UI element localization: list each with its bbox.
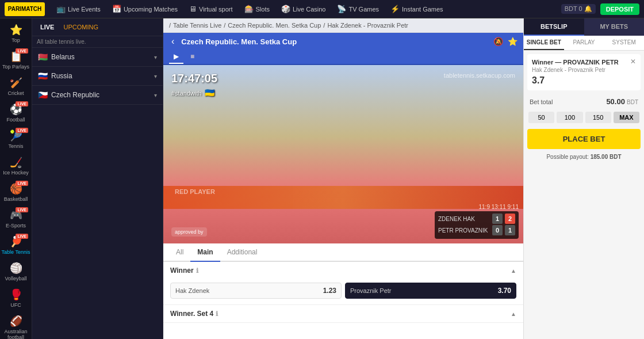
tab-main[interactable]: Main — [190, 243, 220, 262]
breadcrumb-home[interactable]: / — [169, 22, 171, 29]
country-item-czech[interactable]: 🇨🇿 Czech Republic ▾ — [32, 86, 163, 105]
czech-name: Czech Republic — [51, 91, 151, 99]
country-item-belarus[interactable]: 🇧🇾 Belarus ▾ — [32, 48, 163, 67]
market-winner-set4: Winner. Set 4 ℹ ▲ — [163, 305, 523, 323]
player1-set1: 1 — [492, 214, 503, 224]
sidebar-item-aus-football[interactable]: 🏈 Australian football — [0, 312, 32, 339]
score-overlay: ZDENEK HAK 1 2 PETR PROVAZNIK 0 1 — [435, 211, 519, 239]
favorite-icon[interactable]: ⭐ — [508, 37, 518, 46]
sidebar-item-table-tennis[interactable]: LIVE 🏓 Table Tennis — [0, 233, 32, 258]
live-casino-icon: 🎲 — [281, 5, 290, 13]
market-set4-label: Winner. Set 4 — [170, 310, 213, 318]
video-container: RED PLAYER 17:47:05 #standwith 🇺🇦 tablet… — [163, 65, 523, 243]
breadcrumb-table-tennis[interactable]: Table Tennis Live — [173, 22, 221, 29]
sidebar-item-cricket[interactable]: 🏏 Cricket — [0, 74, 32, 99]
odds-row-winner: Hak Zdenek 1.23 Provaznik Petr 3.70 — [163, 279, 523, 304]
sidebar-item-ice-hockey[interactable]: 🏒 Ice Hockey — [0, 153, 32, 178]
betslip-tab-betslip[interactable]: BETSLIP — [524, 18, 584, 36]
player2-set2: 1 — [505, 225, 515, 235]
deposit-button[interactable]: DEPOSIT — [600, 3, 639, 15]
quick-amount-100[interactable]: 100 — [557, 112, 582, 123]
slots-icon: 🎰 — [244, 5, 254, 13]
sidebar-item-basketball[interactable]: LIVE 🏀 Basketball — [0, 180, 32, 205]
quick-amount-max[interactable]: MAX — [614, 112, 639, 123]
nav-instant[interactable]: ⚡ Instant Games — [386, 2, 448, 16]
sidebar-item-esports[interactable]: LIVE 🎮 E-Sports — [0, 206, 32, 231]
video-tab-data[interactable]: ■ — [186, 50, 199, 64]
belarus-flag: 🇧🇾 — [38, 52, 48, 62]
russia-name: Russia — [51, 72, 151, 80]
quick-amount-150[interactable]: 150 — [585, 112, 611, 123]
market-winner-header[interactable]: Winner ℹ ▲ — [163, 262, 523, 279]
market-winner-set4-header[interactable]: Winner. Set 4 ℹ ▲ — [163, 305, 523, 322]
bet-type-tabs: SINGLE BET PARLAY SYSTEM — [524, 36, 644, 51]
top-icon: ⭐ — [10, 24, 22, 36]
nav-live-events[interactable]: 📺 Live Events — [52, 2, 105, 16]
nav-upcoming[interactable]: 📅 Upcoming Matches — [108, 2, 182, 16]
top-navigation: PARIMATCH 📺 Live Events 📅 Upcoming Match… — [0, 0, 644, 18]
balance-badge: BDT 0 🔔 — [561, 4, 596, 14]
header-icons: 🔕 ⭐ — [493, 37, 518, 46]
sidebar-item-top[interactable]: ⭐ Top — [0, 21, 32, 46]
main-content: / Table Tennis Live / Czech Republic. Me… — [163, 18, 523, 339]
tab-all[interactable]: All — [169, 243, 190, 262]
logo[interactable]: PARIMATCH — [5, 2, 45, 16]
nav-slots[interactable]: 🎰 Slots — [240, 2, 274, 16]
back-button[interactable]: ‹ — [169, 36, 177, 47]
bet-type-parlay[interactable]: PARLAY — [564, 36, 604, 50]
russia-flag: 🇷🇺 — [38, 71, 48, 81]
bet-type-single[interactable]: SINGLE BET — [524, 36, 564, 50]
bet-type-system[interactable]: SYSTEM — [604, 36, 644, 50]
place-bet-button[interactable]: PLACE BET — [527, 129, 641, 149]
nav-right: BDT 0 🔔 DEPOSIT — [561, 3, 639, 15]
odd-hak-zdenek[interactable]: Hak Zdenek 1.23 — [170, 283, 342, 299]
volleyball-icon: 🏐 — [10, 262, 22, 275]
quick-amount-50[interactable]: 50 — [528, 112, 554, 123]
collapse-icon[interactable]: ▲ — [511, 268, 516, 274]
sidebar-item-football[interactable]: LIVE ⚽ Football — [0, 100, 32, 125]
sidebar-item-top-parlays[interactable]: LIVE 📋 Top Parlays — [0, 47, 32, 73]
main-layout: ⭐ Top LIVE 📋 Top Parlays 🏏 Cricket LIVE … — [0, 18, 644, 339]
betslip-tab-mybets[interactable]: MY BETS — [584, 18, 645, 36]
video-tab-stream[interactable]: ▶ — [169, 50, 183, 64]
left-sidebar: ⭐ Top LIVE 📋 Top Parlays 🏏 Cricket LIVE … — [0, 18, 32, 339]
bet-entry: ✕ Winner — PROVAZNIK PETR Hak Zdenek - P… — [527, 54, 641, 90]
chevron-down-icon: ▾ — [154, 73, 157, 79]
info-icon[interactable]: ℹ — [196, 267, 198, 275]
bet-odds: 3.7 — [532, 75, 636, 86]
nav-live-casino[interactable]: 🎲 Live Casino — [277, 2, 330, 16]
sidebar-item-volleyball[interactable]: 🏐 Volleyball — [0, 259, 32, 284]
breadcrumb-match[interactable]: Hak Zdenek - Provaznik Petr — [327, 22, 408, 29]
video-stream: RED PLAYER 17:47:05 #standwith 🇺🇦 tablet… — [163, 65, 523, 243]
player2-set1: 0 — [492, 225, 503, 235]
player2-name: PETR PROVAZNIK — [438, 227, 490, 234]
odd-provaznik-value: 3.70 — [498, 287, 511, 295]
odd-provaznik-petr[interactable]: Provaznik Petr 3.70 — [345, 283, 516, 299]
country-item-russia[interactable]: 🇷🇺 Russia ▾ — [32, 67, 163, 86]
bet-currency: BDT — [627, 99, 638, 105]
info-icon-set4[interactable]: ℹ — [216, 310, 218, 318]
tab-additional[interactable]: Additional — [220, 243, 264, 262]
notification-icon[interactable]: 🔕 — [493, 37, 503, 46]
ufc-icon: 🥊 — [10, 288, 22, 301]
czech-flag: 🇨🇿 — [38, 90, 48, 100]
odds-section: Winner ℹ ▲ Hak Zdenek 1.23 Provaznik Pet… — [163, 262, 523, 339]
sidebar-item-ufc[interactable]: 🥊 UFC — [0, 285, 32, 311]
breadcrumb-czech[interactable]: Czech Republic. Men. Setka Cup — [228, 22, 321, 29]
collapse-icon-set4[interactable]: ▲ — [511, 311, 516, 317]
filter-upcoming[interactable]: UPCOMING — [60, 22, 102, 32]
belarus-name: Belarus — [51, 53, 151, 61]
bet-close-icon[interactable]: ✕ — [630, 58, 636, 66]
sidebar-item-tennis[interactable]: LIVE 🎾 Tennis — [0, 127, 32, 152]
virtual-icon: 🖥 — [189, 5, 197, 13]
nav-tv-games[interactable]: 📡 TV Games — [332, 2, 384, 16]
sets-info: 11:9 13:11 9:11 — [478, 204, 519, 210]
nav-virtual[interactable]: 🖥 Virtual sport — [185, 2, 237, 16]
player1-name: ZDENEK HAK — [438, 216, 490, 222]
market-winner: Winner ℹ ▲ Hak Zdenek 1.23 Provaznik Pet… — [163, 262, 523, 305]
market-winner-label: Winner — [170, 266, 194, 275]
ukraine-flag-icon: 🇺🇦 — [205, 88, 214, 97]
bet-content-tabs: All Main Additional — [163, 243, 523, 262]
filter-live[interactable]: LIVE — [37, 22, 57, 32]
banner-text: RED PLAYER — [163, 181, 227, 202]
